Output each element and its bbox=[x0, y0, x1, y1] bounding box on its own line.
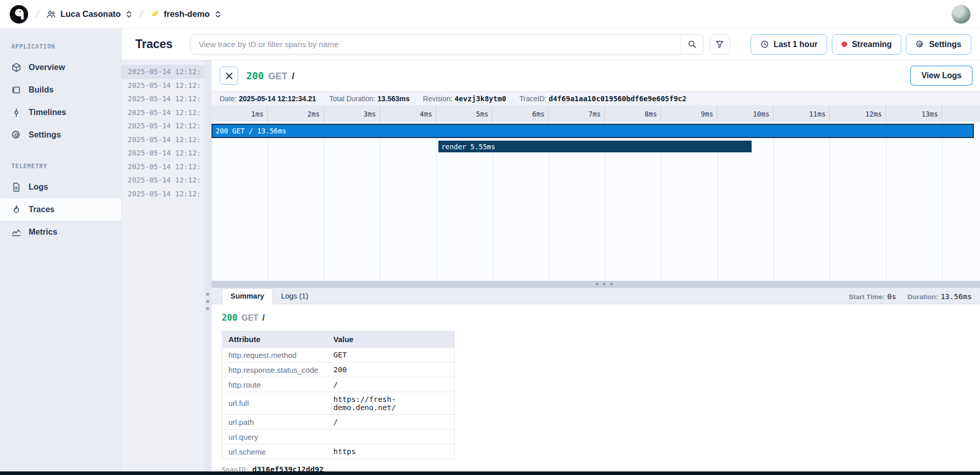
search-button[interactable] bbox=[681, 35, 703, 54]
sidebar-item-logs[interactable]: Logs bbox=[0, 176, 121, 198]
metrics-chart-icon bbox=[11, 227, 21, 237]
sidebar-item-timelines[interactable]: Timelines bbox=[0, 101, 121, 124]
attribute-name: http.response.status_code bbox=[222, 363, 328, 377]
table-row: url.path / bbox=[222, 415, 455, 429]
ruler-tick: 3ms bbox=[324, 106, 380, 122]
gear-icon bbox=[11, 130, 21, 140]
trace-list-item[interactable]: 2025-05-14 12:12: bbox=[122, 79, 204, 93]
view-logs-button[interactable]: View Logs bbox=[910, 65, 973, 86]
close-trace-button[interactable] bbox=[220, 66, 238, 85]
clock-icon bbox=[760, 40, 769, 49]
attribute-name: url.query bbox=[222, 429, 328, 444]
sidebar-item-metrics[interactable]: Metrics bbox=[0, 221, 121, 243]
trace-detail-panel: 200 GET / View Logs Date:2025-05-14 12:1… bbox=[212, 60, 980, 471]
sidebar-item-builds[interactable]: Builds bbox=[0, 79, 121, 101]
trace-list-item[interactable]: 2025-05-14 12:12: bbox=[122, 133, 204, 147]
start-time-value: 0s bbox=[887, 292, 896, 301]
project-selector-icon[interactable] bbox=[215, 10, 221, 18]
trace-list-item[interactable]: 2025-05-14 12:12: bbox=[122, 92, 204, 106]
trace-list-item[interactable]: 2025-05-14 12:12: bbox=[122, 160, 204, 174]
drag-dots-icon bbox=[596, 283, 613, 285]
project-name: fresh-demo bbox=[164, 9, 210, 19]
org-name: Luca Casonato bbox=[60, 9, 121, 19]
table-row: http.request.method GET bbox=[222, 348, 455, 363]
http-method: GET bbox=[268, 71, 287, 82]
vertical-resize-handle[interactable] bbox=[204, 60, 212, 471]
top-bar: / Luca Casonato / fresh-demo bbox=[0, 0, 980, 29]
trace-list-item[interactable]: 2025-05-14 12:12: bbox=[122, 106, 204, 120]
span-bar[interactable]: 200 GET / 13.56ms bbox=[212, 124, 974, 138]
trace-list-item[interactable]: 2025-05-14 12:12: bbox=[122, 187, 204, 201]
horizontal-resize-handle[interactable] bbox=[212, 281, 980, 288]
streaming-button[interactable]: Streaming bbox=[832, 34, 901, 55]
attribute-name: url.full bbox=[222, 392, 328, 415]
filter-button[interactable] bbox=[710, 34, 730, 55]
sidebar-item-overview[interactable]: Overview bbox=[0, 56, 121, 79]
close-icon bbox=[225, 72, 233, 80]
tab-logs[interactable]: Logs (1) bbox=[273, 289, 316, 304]
user-avatar[interactable] bbox=[951, 5, 971, 24]
breadcrumb-separator: / bbox=[34, 8, 40, 21]
fresh-project-icon bbox=[150, 9, 160, 19]
organization-icon bbox=[46, 9, 56, 19]
attributes-table: Attribute Value http.request.method GET bbox=[222, 331, 455, 459]
sidebar-item-settings[interactable]: Settings bbox=[0, 124, 121, 146]
span-range-info: Start Time:0s Duration:13.56ms bbox=[849, 292, 972, 304]
sidebar: APPLICATION Overview Builds Timelines Se… bbox=[0, 29, 122, 471]
trace-list-item[interactable]: 2025-05-14 12:12: bbox=[122, 119, 204, 133]
ruler-tick: 13ms bbox=[886, 106, 942, 122]
attribute-value: https://fresh-demo.deno.net/ bbox=[328, 392, 455, 415]
breadcrumb-separator: / bbox=[138, 8, 145, 21]
span-bar[interactable]: render 5.55ms bbox=[438, 141, 752, 152]
ruler-tick: 9ms bbox=[661, 106, 717, 122]
search-input[interactable] bbox=[191, 35, 681, 54]
ruler-tick: 10ms bbox=[717, 106, 774, 122]
trace-settings-button[interactable]: Settings bbox=[906, 34, 971, 55]
ruler-tick: 12ms bbox=[830, 106, 886, 122]
revision-value: 4evzj3k8ytm0 bbox=[454, 95, 506, 103]
duration-value: 13.56ms bbox=[941, 292, 972, 301]
bottom-bar bbox=[0, 471, 980, 475]
sidebar-item-label: Logs bbox=[29, 183, 48, 192]
gear-icon bbox=[916, 40, 924, 49]
attribute-name: http.route bbox=[222, 377, 328, 392]
tab-summary[interactable]: Summary bbox=[222, 288, 273, 304]
status-code: 200 bbox=[222, 312, 238, 323]
logs-document-icon bbox=[11, 182, 21, 192]
date-label: Date: bbox=[220, 95, 237, 103]
org-selector-icon[interactable] bbox=[126, 10, 132, 18]
attribute-value: / bbox=[328, 377, 455, 392]
attribute-value bbox=[328, 429, 455, 444]
ruler-tick: 5ms bbox=[436, 106, 493, 122]
status-code: 200 bbox=[246, 70, 264, 81]
trace-list-item-selected[interactable]: 2025-05-14 12:12: bbox=[122, 65, 204, 79]
cube-icon bbox=[11, 62, 21, 73]
span-id-line: SpanID:d316ef539c12dd92 bbox=[222, 465, 980, 471]
filter-funnel-icon bbox=[715, 39, 725, 49]
sidebar-item-traces[interactable]: Traces bbox=[0, 198, 121, 221]
trace-list-item[interactable]: 2025-05-14 12:12: bbox=[122, 173, 204, 187]
attribute-value: https bbox=[328, 444, 455, 459]
sidebar-item-label: Metrics bbox=[29, 228, 57, 237]
attribute-value: / bbox=[328, 415, 455, 429]
settings-label: Settings bbox=[929, 40, 961, 49]
builds-icon bbox=[11, 85, 21, 95]
attribute-value: GET bbox=[328, 348, 455, 363]
attribute-name: url.scheme bbox=[222, 444, 328, 459]
time-range-label: Last 1 hour bbox=[774, 40, 818, 49]
deno-logo-icon[interactable] bbox=[9, 5, 29, 24]
sidebar-section-application: APPLICATION bbox=[0, 38, 121, 56]
ruler-tick: 6ms bbox=[493, 106, 549, 122]
trace-title: 200 GET / bbox=[246, 70, 294, 82]
ruler-tick: 7ms bbox=[549, 106, 605, 122]
breadcrumb-org[interactable]: Luca Casonato bbox=[46, 9, 132, 19]
trace-list-item[interactable]: 2025-05-14 12:12: bbox=[122, 146, 204, 160]
revision-label: Revision: bbox=[423, 95, 453, 103]
sidebar-section-telemetry: TELEMETRY bbox=[0, 157, 121, 176]
trace-id-label: TraceID: bbox=[520, 95, 547, 103]
flame-icon bbox=[11, 205, 21, 215]
time-range-button[interactable]: Last 1 hour bbox=[751, 34, 827, 55]
trace-list: 2025-05-14 12:12: 2025-05-14 12:12: 2025… bbox=[122, 60, 204, 471]
breadcrumb-project[interactable]: fresh-demo bbox=[150, 9, 222, 19]
date-value: 2025-05-14 12:12:34.21 bbox=[239, 95, 316, 103]
